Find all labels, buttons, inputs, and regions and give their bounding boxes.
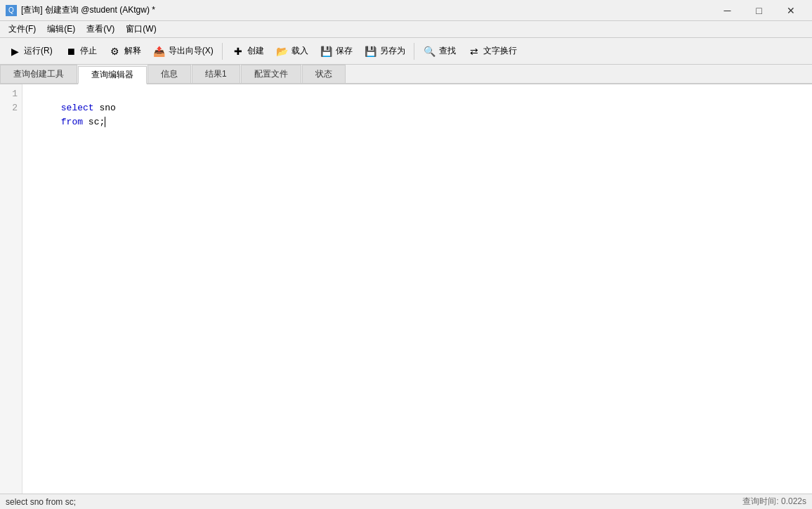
tab-profile-label: 配置文件	[254, 68, 288, 80]
tab-status-label: 状态	[315, 68, 332, 80]
menu-window[interactable]: 窗口(W)	[120, 22, 162, 37]
run-icon: ▶	[8, 45, 22, 58]
load-icon: 📂	[275, 45, 289, 58]
explain-button[interactable]: ⚙ 解释	[103, 41, 146, 62]
save-label: 保存	[336, 45, 353, 57]
saveas-label: 另存为	[380, 45, 405, 57]
tab-query-editor[interactable]: 查询编辑器	[78, 66, 147, 84]
line-number-2: 2	[0, 101, 22, 115]
app-icon: Q	[6, 5, 17, 16]
tab-query-builder[interactable]: 查询创建工具	[0, 65, 77, 83]
export-button[interactable]: 📤 导出向导(X)	[148, 41, 218, 62]
line-numbers: 1 2	[0, 84, 22, 494]
code-line-2: from sc;	[28, 101, 806, 115]
editor-container: 1 2 select sno from sc;	[0, 84, 812, 494]
maximize-button[interactable]: □	[743, 0, 775, 21]
tab-info-label: 信息	[161, 68, 178, 80]
close-button[interactable]: ✕	[775, 0, 806, 21]
code-line-1: select sno	[28, 87, 806, 101]
titlebar-left: Q [查询] 创建查询 @student (AKtgw) *	[6, 4, 155, 16]
statusbar-time: 查询时间: 0.022s	[742, 496, 806, 508]
keyword-from: from	[61, 117, 83, 127]
tab-query-builder-label: 查询创建工具	[13, 68, 64, 80]
line-number-1: 1	[0, 87, 22, 101]
titlebar: Q [查询] 创建查询 @student (AKtgw) * ─ □ ✕	[0, 0, 812, 21]
stop-label: 停止	[80, 45, 97, 57]
explain-label: 解释	[124, 45, 141, 57]
replace-icon: ⇄	[467, 45, 481, 58]
stop-icon: ⏹	[64, 45, 78, 58]
tab-status[interactable]: 状态	[302, 65, 346, 83]
tabs-row: 查询创建工具 查询编辑器 信息 结果1 配置文件 状态	[0, 65, 812, 84]
export-label: 导出向导(X)	[169, 45, 214, 57]
toolbar-separator-2	[414, 43, 414, 60]
create-button[interactable]: ✚ 创建	[226, 41, 269, 62]
menu-file[interactable]: 文件(F)	[3, 22, 41, 37]
find-label: 查找	[439, 45, 456, 57]
titlebar-controls: ─ □ ✕	[712, 0, 806, 21]
find-icon: 🔍	[423, 45, 437, 58]
tab-results-label: 结果1	[205, 68, 227, 80]
toolbar-separator-1	[222, 43, 223, 60]
stop-button[interactable]: ⏹ 停止	[59, 41, 102, 62]
replace-button[interactable]: ⇄ 文字换行	[462, 41, 522, 62]
save-button[interactable]: 💾 保存	[315, 41, 358, 62]
keyword-select: select	[61, 103, 94, 113]
minimize-button[interactable]: ─	[712, 0, 743, 21]
statusbar: select sno from sc; 查询时间: 0.022s	[0, 494, 812, 509]
save-icon: 💾	[320, 45, 334, 58]
window-title: [查询] 创建查询 @student (AKtgw) *	[21, 4, 155, 16]
toolbar: ▶ 运行(R) ⏹ 停止 ⚙ 解释 📤 导出向导(X) ✚ 创建 📂 载入 💾 …	[0, 38, 812, 65]
text-cursor	[105, 117, 105, 127]
run-label: 运行(R)	[24, 45, 53, 57]
code-editor[interactable]: select sno from sc;	[22, 84, 812, 494]
load-label: 载入	[292, 45, 308, 57]
identifier-sno: sno	[94, 103, 116, 113]
statusbar-query: select sno from sc;	[6, 497, 76, 507]
saveas-button[interactable]: 💾 另存为	[359, 41, 410, 62]
find-button[interactable]: 🔍 查找	[418, 41, 461, 62]
saveas-icon: 💾	[364, 45, 378, 58]
export-icon: 📤	[152, 45, 166, 58]
run-button[interactable]: ▶ 运行(R)	[3, 41, 58, 62]
tab-profile[interactable]: 配置文件	[241, 65, 301, 83]
tab-results[interactable]: 结果1	[192, 65, 240, 83]
menu-view[interactable]: 查看(V)	[81, 22, 120, 37]
load-button[interactable]: 📂 载入	[270, 41, 313, 62]
explain-icon: ⚙	[108, 45, 122, 58]
tab-query-editor-label: 查询编辑器	[91, 69, 133, 81]
menubar: 文件(F) 编辑(E) 查看(V) 窗口(W)	[0, 21, 812, 38]
tab-info[interactable]: 信息	[148, 65, 191, 83]
replace-label: 文字换行	[483, 45, 517, 57]
create-icon: ✚	[231, 45, 245, 58]
menu-edit[interactable]: 编辑(E)	[41, 22, 81, 37]
identifier-sc: sc;	[83, 117, 105, 127]
create-label: 创建	[247, 45, 264, 57]
